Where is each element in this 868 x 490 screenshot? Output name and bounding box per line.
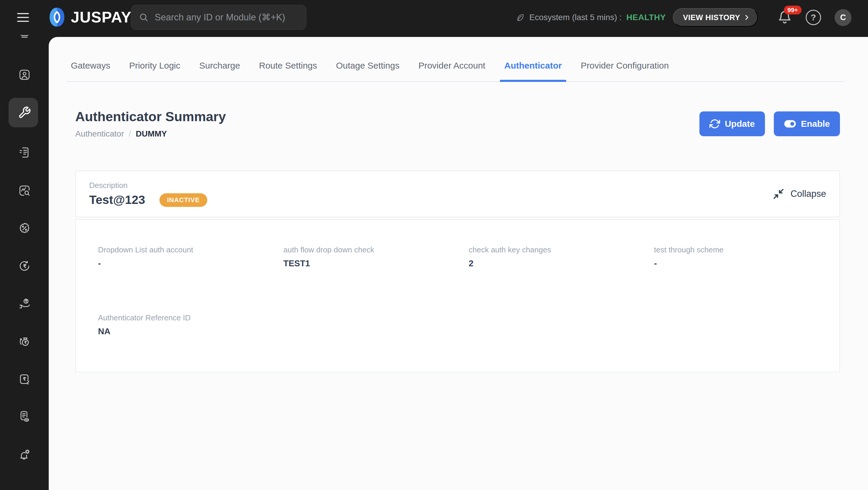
hamburger-menu-icon[interactable] [17, 13, 29, 22]
page-title: Authenticator Summary [75, 109, 226, 124]
tab-provider-account[interactable]: Provider Account [414, 61, 490, 81]
breadcrumb: Authenticator / DUMMY [75, 129, 226, 139]
page-actions: Update Enable [700, 111, 840, 136]
breadcrumb-separator: / [129, 129, 131, 139]
breadcrumb-current: DUMMY [136, 129, 167, 139]
page-heading-block: Authenticator Summary Authenticator / DU… [75, 109, 226, 139]
field-label: test through scheme [654, 245, 839, 255]
user-avatar[interactable]: C [835, 9, 851, 26]
breadcrumb-parent[interactable]: Authenticator [75, 129, 124, 139]
sidebar-item-hand-rupee[interactable]: ₹ [0, 289, 49, 319]
field-check-auth-key-changes: check auth key changes 2 [469, 245, 654, 268]
wrench-icon [18, 106, 31, 119]
tab-surcharge[interactable]: Surcharge [195, 61, 244, 81]
field-value: TEST1 [283, 259, 469, 268]
ecosystem-status: Ecosystem (last 5 mins) : HEALTHY [516, 13, 666, 22]
chevron-right-icon [743, 14, 750, 21]
top-header: JUSPAY Ecosystem (last 5 mins) : HEALTHY… [0, 0, 868, 35]
notification-count-badge: 99+ [784, 6, 802, 15]
authenticator-summary-card: Description Test@123 INACTIVE Collapse [75, 171, 840, 217]
view-history-button[interactable]: VIEW HISTORY [673, 8, 758, 27]
form-doc-icon [18, 146, 31, 159]
global-search[interactable] [131, 5, 306, 30]
sidebar-item-rupee-doc-link[interactable]: ₹ [0, 365, 49, 394]
description-value: Test@123 [89, 193, 145, 207]
search-icon [139, 12, 149, 23]
money-bag-rupee-icon: ₹ [18, 335, 31, 348]
sidebar-item-analytics-search[interactable] [0, 176, 49, 205]
sidebar-item-rupee-refresh[interactable]: ₹ [0, 251, 49, 281]
svg-text:₹: ₹ [24, 340, 27, 345]
field-label: auth flow drop down check [283, 245, 469, 255]
rupee-refresh-icon: ₹ [18, 259, 31, 272]
analytics-search-icon [18, 184, 31, 197]
field-test-through-scheme: test through scheme - [654, 245, 839, 268]
juspay-logo-mark [49, 7, 66, 27]
juspay-logo: JUSPAY [49, 7, 131, 27]
leaf-icon [516, 13, 525, 22]
ecosystem-label: Ecosystem (last 5 mins) : [529, 13, 622, 22]
field-auth-flow-drop-down-check: auth flow drop down check TEST1 [283, 245, 469, 268]
field-value: NA [98, 326, 283, 336]
rupee-doc-link-icon: ₹ [18, 373, 31, 386]
field-value: 2 [469, 259, 654, 268]
logo-text: JUSPAY [71, 8, 131, 26]
tab-authenticator[interactable]: Authenticator [500, 61, 566, 81]
tab-gateways[interactable]: Gateways [66, 61, 115, 81]
module-tabs: Gateways Priority Logic Surcharge Route … [66, 37, 844, 82]
doc-link-icon [18, 410, 31, 423]
help-button[interactable]: ? [806, 10, 821, 25]
sidebar-item-wrench[interactable] [0, 98, 49, 127]
svg-text:₹: ₹ [23, 263, 27, 269]
sidebar-item-doc-link[interactable] [0, 402, 49, 431]
field-authenticator-reference-id: Authenticator Reference ID NA [98, 313, 283, 336]
description-label: Description [89, 181, 207, 190]
refresh-icon [709, 118, 720, 129]
field-value: - [98, 259, 283, 268]
ecosystem-health-value: HEALTHY [626, 13, 666, 22]
authenticator-details-card: Dropdown List auth account - auth flow d… [75, 219, 840, 372]
tab-priority-logic[interactable]: Priority Logic [125, 61, 185, 81]
tab-outage-settings[interactable]: Outage Settings [332, 61, 404, 81]
sidebar-item-money-bag-rupee[interactable]: ₹ [0, 326, 49, 356]
help-icon: ? [811, 12, 816, 23]
status-badge: INACTIVE [159, 193, 208, 207]
main-content: Gateways Priority Logic Surcharge Route … [49, 37, 868, 490]
sidebar-item-bell-gear[interactable] [0, 440, 49, 469]
tab-route-settings[interactable]: Route Settings [254, 61, 321, 81]
svg-text:₹: ₹ [25, 299, 28, 304]
notifications-button[interactable]: 99+ [777, 10, 792, 25]
collapse-icon [773, 188, 784, 200]
hand-rupee-icon: ₹ [18, 297, 31, 310]
description-block: Description Test@123 INACTIVE [89, 181, 207, 207]
tab-provider-configuration[interactable]: Provider Configuration [576, 61, 674, 81]
field-label: Dropdown List auth account [98, 245, 283, 255]
field-dropdown-list-auth-account: Dropdown List auth account - [98, 245, 283, 268]
percent-badge-icon [18, 222, 31, 235]
user-card-icon [18, 68, 31, 81]
field-label: check auth key changes [469, 245, 654, 255]
sidebar: ₹ ₹ ₹ ₹ [0, 0, 49, 490]
svg-text:₹: ₹ [23, 376, 26, 382]
field-value: - [654, 259, 839, 268]
search-input[interactable] [155, 12, 299, 23]
sidebar-item-percent-badge[interactable] [0, 213, 49, 243]
enable-button[interactable]: Enable [774, 111, 840, 136]
collapse-button[interactable]: Collapse [773, 188, 826, 200]
update-button[interactable]: Update [700, 111, 765, 136]
field-label: Authenticator Reference ID [98, 313, 283, 322]
sidebar-item-user-card[interactable] [0, 60, 49, 90]
bell-gear-icon [18, 448, 31, 461]
toggle-icon [784, 120, 796, 128]
sidebar-item-form-doc[interactable] [0, 138, 49, 167]
